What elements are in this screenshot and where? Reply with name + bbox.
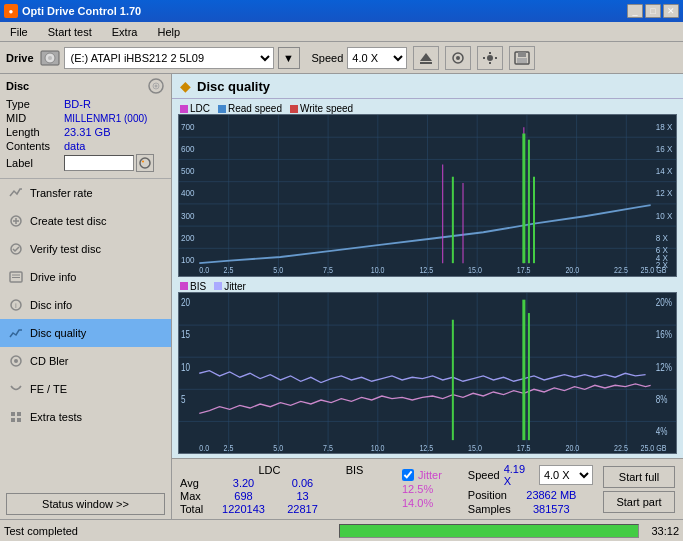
titlebar-buttons[interactable]: _ □ ✕	[627, 4, 679, 18]
sidebar-item-transfer-rate[interactable]: Transfer rate	[0, 179, 171, 207]
verify-test-disc-icon	[8, 241, 24, 257]
status-time: 33:12	[651, 525, 679, 537]
mid-value: MILLENMR1 (000)	[64, 113, 147, 124]
settings-button[interactable]	[477, 46, 503, 70]
disc-button[interactable]	[445, 46, 471, 70]
svg-text:12%: 12%	[656, 360, 673, 372]
menu-file[interactable]: File	[4, 25, 34, 39]
svg-text:4%: 4%	[656, 424, 668, 436]
jitter-header-row: Jitter	[402, 469, 442, 481]
svg-point-19	[142, 161, 144, 163]
bis-col-header: BIS	[327, 464, 382, 476]
svg-text:15: 15	[181, 328, 190, 340]
length-value: 23.31 GB	[64, 126, 110, 138]
length-label: Length	[6, 126, 64, 138]
extra-tests-icon	[8, 409, 24, 425]
jitter-checkbox[interactable]	[402, 469, 414, 481]
svg-rect-9	[489, 62, 491, 64]
drive-select[interactable]: (E:) ATAPI iHBS212 2 5L09	[64, 47, 274, 69]
fe-te-label: FE / TE	[30, 383, 67, 395]
start-part-button[interactable]: Start part	[603, 491, 675, 513]
contents-label: Contents	[6, 140, 64, 152]
avg-jitter: 12.5%	[402, 483, 433, 495]
chart1: 700 600 500 400 300 200 100 18 X 16 X 14…	[178, 114, 677, 277]
menubar: File Start test Extra Help	[0, 22, 683, 42]
speed-label: Speed	[312, 52, 344, 64]
start-full-button[interactable]: Start full	[603, 466, 675, 488]
sidebar-item-verify-test-disc[interactable]: Verify test disc	[0, 235, 171, 263]
statusbar: Test completed 33:12	[0, 519, 683, 541]
chart2-svg: 20 15 10 5 20% 16% 12% 8% 4% 0.0 2.5 5.0	[179, 293, 676, 454]
eject-button[interactable]	[413, 46, 439, 70]
sidebar-item-drive-info[interactable]: Drive info	[0, 263, 171, 291]
total-ldc: 1220143	[216, 503, 271, 515]
total-label: Total	[180, 503, 212, 515]
label-input[interactable]	[64, 155, 134, 171]
svg-text:5.0: 5.0	[273, 265, 283, 275]
menu-extra[interactable]: Extra	[106, 25, 144, 39]
speed-select2[interactable]: 4.0 X	[539, 465, 593, 485]
svg-point-6	[456, 56, 460, 60]
svg-text:10 X: 10 X	[656, 210, 673, 221]
transfer-rate-icon	[8, 185, 24, 201]
max-row: Max 698 13	[180, 490, 382, 502]
maximize-button[interactable]: □	[645, 4, 661, 18]
legend-jitter-label: Jitter	[224, 281, 246, 292]
legend-read-speed-label: Read speed	[228, 103, 282, 114]
sidebar-item-cd-bler[interactable]: CD Bler	[0, 347, 171, 375]
svg-text:15.0: 15.0	[468, 441, 482, 452]
disc-quality-icon	[8, 325, 24, 341]
verify-test-disc-label: Verify test disc	[30, 243, 101, 255]
chart1-legend: LDC Read speed Write speed	[178, 103, 677, 114]
svg-text:600: 600	[181, 143, 195, 154]
sidebar-item-extra-tests[interactable]: Extra tests	[0, 403, 171, 431]
svg-text:12.5: 12.5	[419, 265, 433, 275]
menu-help[interactable]: Help	[151, 25, 186, 39]
legend-read-speed: Read speed	[218, 103, 282, 114]
create-test-disc-label: Create test disc	[30, 215, 106, 227]
save-button[interactable]	[509, 46, 535, 70]
stats-column: LDC BIS Avg 3.20 0.06 Max 698 13 Total	[180, 464, 382, 515]
minimize-button[interactable]: _	[627, 4, 643, 18]
svg-text:500: 500	[181, 166, 195, 177]
speed-select[interactable]: 4.0 X	[347, 47, 407, 69]
drive-refresh-button[interactable]: ▼	[278, 47, 300, 69]
svg-rect-33	[11, 418, 15, 422]
svg-text:22.5: 22.5	[614, 265, 628, 275]
chart2-legend: BIS Jitter	[178, 281, 677, 292]
label-icon-button[interactable]	[136, 154, 154, 172]
status-window-button[interactable]: Status window >>	[6, 493, 165, 515]
max-jitter: 14.0%	[402, 497, 433, 509]
sidebar-item-disc-info[interactable]: i Disc info	[0, 291, 171, 319]
svg-text:18 X: 18 X	[656, 121, 673, 132]
svg-rect-4	[420, 62, 432, 64]
svg-text:10.0: 10.0	[371, 265, 385, 275]
svg-text:8 X: 8 X	[656, 232, 668, 243]
speed-value: 4.19 X	[504, 463, 535, 487]
disc-panel-icon	[147, 78, 165, 94]
label-label: Label	[6, 157, 64, 169]
svg-rect-31	[11, 412, 15, 416]
svg-rect-32	[17, 412, 21, 416]
disc-panel-title: Disc	[6, 80, 29, 92]
svg-text:12.5: 12.5	[419, 441, 433, 452]
avg-ldc: 3.20	[216, 477, 271, 489]
ldc-dot	[180, 105, 188, 113]
disc-info-label: Disc info	[30, 299, 72, 311]
sidebar-item-fe-te[interactable]: FE / TE	[0, 375, 171, 403]
content-header: ◆ Disc quality	[172, 74, 683, 99]
mid-label: MID	[6, 112, 64, 124]
avg-bis: 0.06	[275, 477, 330, 489]
avg-jitter-row: 12.5%	[402, 483, 442, 495]
svg-rect-8	[489, 52, 491, 54]
cd-bler-icon	[8, 353, 24, 369]
sidebar-item-disc-quality[interactable]: Disc quality	[0, 319, 171, 347]
sidebar: Disc Type BD-R MID MILLENMR1 (000) Lengt…	[0, 74, 172, 519]
type-label: Type	[6, 98, 64, 110]
stats-header: LDC BIS	[180, 464, 382, 476]
svg-text:100: 100	[181, 254, 195, 265]
sidebar-item-create-test-disc[interactable]: Create test disc	[0, 207, 171, 235]
close-button[interactable]: ✕	[663, 4, 679, 18]
menu-starttest[interactable]: Start test	[42, 25, 98, 39]
svg-text:17.5: 17.5	[517, 441, 531, 452]
